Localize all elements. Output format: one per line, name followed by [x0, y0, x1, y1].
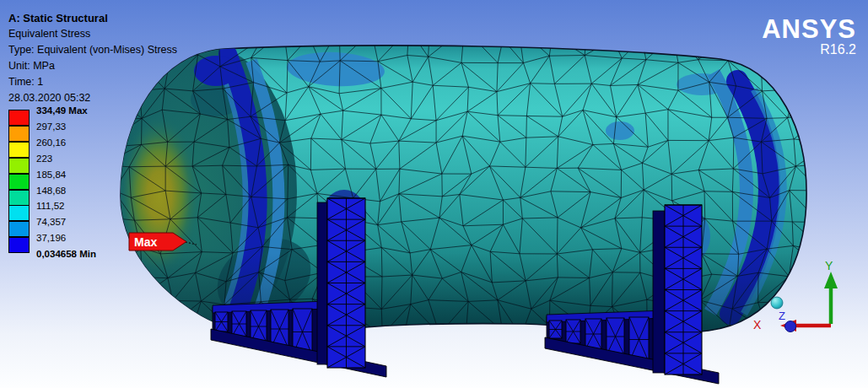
- triad-y-label: Y: [825, 259, 833, 272]
- brand-block: ANSYS R16.2: [762, 17, 856, 57]
- legend-swatch: [8, 126, 30, 142]
- legend-value: 185,84: [36, 169, 66, 181]
- legend-value: 148,68: [36, 185, 66, 197]
- ansys-viewport-window: Max Y X Z A: Static Structural Equivalen…: [0, 0, 868, 388]
- max-flag-label: Max: [134, 235, 157, 249]
- legend-swatch: [8, 221, 30, 237]
- result-type: Type: Equivalent (von-Mises) Stress: [8, 42, 177, 58]
- result-timestamp: 28.03.2020 05:32: [8, 90, 177, 106]
- legend-value: 37,196: [36, 232, 66, 245]
- legend-value: 111,52: [36, 200, 64, 213]
- result-time: Time: 1: [8, 74, 177, 90]
- legend-value: 0,034658 Min: [36, 248, 96, 261]
- result-info-block: A: Static Structural Equivalent Stress T…: [8, 10, 177, 106]
- brand-logo: ANSYS: [762, 17, 856, 42]
- triad-z-axis[interactable]: [785, 321, 796, 332]
- result-unit: Unit: MPa: [8, 58, 177, 74]
- legend-swatch: [8, 190, 30, 206]
- legend-swatch: [8, 205, 30, 221]
- legend-swatch: [8, 158, 30, 174]
- legend-value: 334,49 Max: [36, 105, 88, 117]
- legend-swatch: [8, 142, 30, 158]
- legend-value: 74,357: [36, 216, 66, 229]
- vessel-model[interactable]: [100, 28, 830, 363]
- result-name: Equivalent Stress: [8, 26, 177, 42]
- analysis-title: A: Static Structural: [8, 10, 177, 26]
- legend-swatch: [8, 174, 30, 190]
- brand-release: R16.2: [762, 42, 856, 57]
- legend-swatch: [8, 237, 30, 253]
- legend-value: 260,16: [36, 137, 66, 149]
- triad-y-arrow-icon: [824, 272, 838, 288]
- triad-z-label: Z: [779, 310, 785, 322]
- legend-value: 223: [36, 153, 52, 165]
- legend-value: 297,33: [36, 121, 66, 133]
- triad-x-label: X: [753, 318, 762, 331]
- legend-swatch: [8, 110, 30, 126]
- legend-scale[interactable]: 334,49 Max297,33260,16223185,84148,68111…: [8, 110, 135, 270]
- triad-origin-ball-icon[interactable]: [771, 297, 783, 309]
